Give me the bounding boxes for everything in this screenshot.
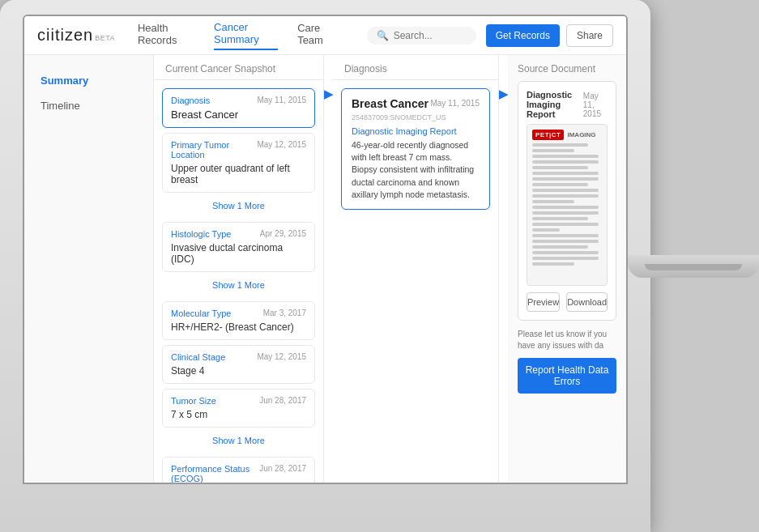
doc-line bbox=[532, 217, 588, 220]
diagnosis-panel: Diagnosis May 11, 2015 Breast Cancer 254… bbox=[333, 55, 499, 484]
get-records-button[interactable]: Get Records bbox=[486, 24, 560, 47]
doc-title: Diagnostic Imaging Report bbox=[527, 90, 583, 119]
doc-text-lines bbox=[532, 143, 602, 266]
doc-line bbox=[532, 177, 599, 181]
clinical-date: May 12, 2015 bbox=[257, 352, 306, 361]
doc-actions: Preview Download bbox=[527, 292, 608, 312]
histologic-value: Invasive ductal carcinoma (IDC) bbox=[171, 242, 306, 265]
logo: ciitizen BETA bbox=[37, 26, 115, 45]
doc-logo: PET|CT IMAGING bbox=[532, 130, 602, 140]
doc-line bbox=[532, 223, 599, 226]
snapshot-to-diagnosis-arrow: ▶ bbox=[324, 55, 333, 484]
sidebar-item-summary[interactable]: Summary bbox=[24, 68, 153, 93]
navigation: ciitizen BETA Health Records Cancer Summ… bbox=[24, 16, 626, 55]
diagnosis-date: May 11, 2015 bbox=[257, 96, 306, 104]
nav-actions: Get Records Share bbox=[486, 24, 613, 47]
diag-type: Diagnostic Imaging Report bbox=[352, 126, 480, 136]
logo-beta: BETA bbox=[95, 34, 115, 42]
doc-line bbox=[532, 183, 588, 186]
document-card: Diagnostic Imaging Report May 11, 2015 P… bbox=[518, 81, 616, 321]
diag-detail-date: May 11, 2015 bbox=[430, 99, 480, 108]
tumor-size-card[interactable]: Jun 28, 2017 Tumor Size 7 x 5 cm bbox=[162, 389, 315, 428]
doc-line bbox=[532, 166, 588, 169]
source-header: Source Document bbox=[518, 63, 616, 74]
doc-line bbox=[532, 194, 599, 198]
doc-line bbox=[532, 240, 599, 243]
search-icon: 🔍 bbox=[377, 30, 389, 41]
tumor-size-show-more[interactable]: Show 1 More bbox=[154, 432, 323, 452]
tumor-size-date: Jun 28, 2017 bbox=[259, 396, 306, 405]
doc-line bbox=[532, 245, 588, 249]
doc-date: May 11, 2015 bbox=[583, 92, 608, 118]
clinical-value: Stage 4 bbox=[171, 365, 306, 377]
search-box[interactable]: 🔍 bbox=[367, 27, 476, 45]
report-health-data-errors-button[interactable]: Report Health Data Errors bbox=[518, 358, 616, 394]
tumor-value: Upper outer quadrant of left breast bbox=[171, 163, 306, 185]
doc-line bbox=[532, 160, 599, 164]
notice-text: Please let us know if you have any issue… bbox=[518, 329, 616, 351]
doc-line bbox=[532, 262, 574, 266]
doc-line bbox=[532, 228, 560, 232]
snapshot-header: Current Cancer Snapshot bbox=[154, 55, 323, 80]
preview-button[interactable]: Preview bbox=[527, 292, 560, 312]
share-button[interactable]: Share bbox=[566, 24, 613, 47]
tumor-show-more[interactable]: Show 1 More bbox=[154, 198, 323, 217]
doc-line bbox=[532, 200, 574, 203]
main-content: Summary Timeline Current Cancer Snapshot… bbox=[24, 55, 626, 484]
doc-line bbox=[532, 211, 599, 215]
sidebar: Summary Timeline bbox=[24, 55, 154, 484]
sidebar-item-timeline[interactable]: Timeline bbox=[24, 93, 153, 118]
nav-health-records[interactable]: Health Records bbox=[138, 22, 194, 49]
pet-ct-label: IMAGING bbox=[567, 131, 595, 138]
doc-line bbox=[532, 251, 599, 254]
clinical-stage-card[interactable]: May 12, 2015 Clinical Stage Stage 4 bbox=[162, 345, 315, 384]
current-cancer-snapshot: Current Cancer Snapshot May 11, 2015 Dia… bbox=[154, 55, 324, 484]
download-button[interactable]: Download bbox=[566, 292, 608, 312]
doc-line bbox=[532, 234, 599, 237]
doc-card-header: Diagnostic Imaging Report May 11, 2015 bbox=[527, 90, 608, 119]
diag-description: 46-year-old recently diagnosed with left… bbox=[352, 139, 480, 201]
nav-links: Health Records Cancer Summary Care Team … bbox=[138, 21, 476, 50]
diag-code: 254837009:SNOMEDCT_US bbox=[352, 113, 480, 121]
perf-date: Jun 28, 2017 bbox=[259, 464, 306, 473]
pet-ct-badge: PET|CT bbox=[532, 130, 564, 140]
diagnosis-panel-header: Diagnosis bbox=[333, 55, 498, 80]
diagnosis-to-source-arrow: ▶ bbox=[499, 55, 508, 484]
histologic-date: Apr 29, 2015 bbox=[260, 229, 306, 238]
molecular-date: Mar 3, 2017 bbox=[263, 309, 306, 317]
nav-care-team[interactable]: Care Team bbox=[297, 22, 338, 49]
doc-preview-area: PET|CT IMAGING bbox=[527, 124, 608, 286]
nav-cancer-summary[interactable]: Cancer Summary bbox=[214, 21, 278, 50]
histologic-show-more[interactable]: Show 1 More bbox=[154, 277, 323, 296]
doc-line bbox=[532, 257, 599, 260]
diagnosis-detail-card[interactable]: May 11, 2015 Breast Cancer 254837009:SNO… bbox=[341, 88, 490, 210]
molecular-value: HR+/HER2- (Breast Cancer) bbox=[171, 321, 306, 333]
doc-preview-content: PET|CT IMAGING bbox=[527, 125, 607, 273]
diagnosis-card[interactable]: May 11, 2015 Diagnosis Breast Cancer bbox=[162, 88, 315, 128]
source-document-panel: Source Document Diagnostic Imaging Repor… bbox=[508, 55, 626, 484]
doc-line bbox=[532, 189, 599, 192]
search-input[interactable] bbox=[394, 30, 467, 41]
laptop-notch bbox=[645, 264, 742, 270]
logo-text: ciitizen bbox=[37, 26, 93, 45]
performance-status-card[interactable]: Jun 28, 2017 Performance Status (ECOG) 1 bbox=[162, 457, 315, 484]
doc-line bbox=[532, 143, 588, 147]
molecular-card[interactable]: Mar 3, 2017 Molecular Type HR+/HER2- (Br… bbox=[162, 301, 315, 340]
doc-line bbox=[532, 206, 599, 209]
diagnosis-value: Breast Cancer bbox=[171, 109, 306, 121]
tumor-location-card[interactable]: May 12, 2015 Primary Tumor Location Uppe… bbox=[162, 133, 315, 193]
doc-line bbox=[532, 149, 574, 152]
tumor-size-value: 7 x 5 cm bbox=[171, 409, 306, 420]
doc-line bbox=[532, 172, 599, 175]
doc-line bbox=[532, 155, 599, 158]
tumor-date: May 12, 2015 bbox=[257, 140, 306, 149]
histologic-card[interactable]: Apr 29, 2015 Histologic Type Invasive du… bbox=[162, 222, 315, 272]
